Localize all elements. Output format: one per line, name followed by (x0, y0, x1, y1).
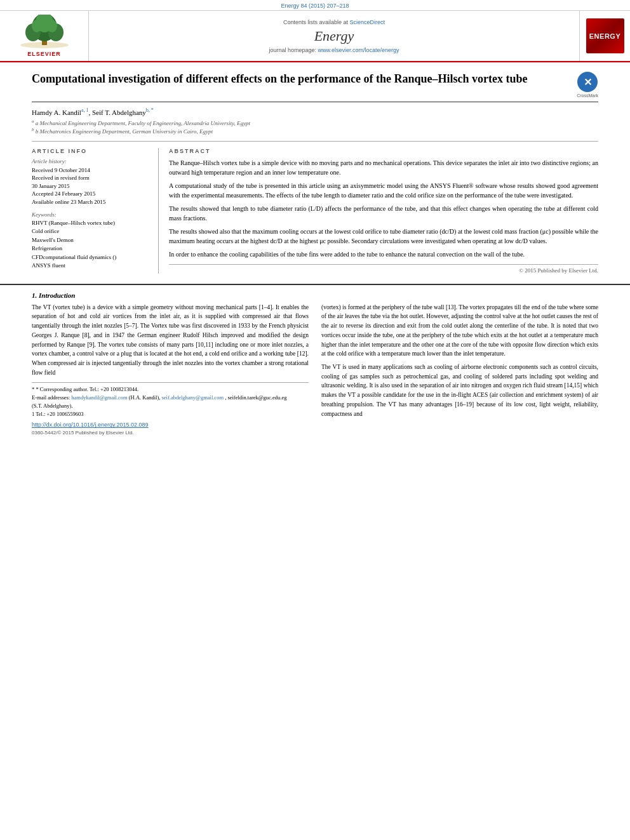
author-a-name: Hamdy A. Kandil (32, 109, 81, 116)
body-col-left: The VT (vortex tube) is a device with a … (32, 303, 309, 436)
main-body: 1. Introduction The VT (vortex tube) is … (0, 284, 630, 443)
section-number: 1. (32, 291, 37, 299)
abstract-p4: The results showed also that the maximum… (169, 227, 598, 246)
keyword-1: RHVT (Ranque–Hilsch vortex tube) (32, 219, 151, 228)
sciencedirect-prefix: Contents lists available at (283, 19, 348, 25)
author-b-sup: b, * (146, 107, 154, 113)
doi-link[interactable]: http://dx.doi.org/10.1016/j.energy.2015.… (32, 422, 309, 428)
affiliation-a: a a Mechanical Engineering Department, F… (32, 119, 598, 126)
sciencedirect-line: Contents lists available at ScienceDirec… (283, 19, 385, 25)
history-label: Article history: (32, 158, 151, 164)
article-content: Computational investigation of different… (0, 63, 630, 280)
history-revised-label: Received in revised form (32, 174, 151, 182)
footnote-section: * * Corresponding author. Tel.: +20 1008… (32, 382, 309, 418)
svg-point-7 (47, 20, 57, 32)
intro-right-p1: (vortex) is formed at the periphery of t… (321, 303, 598, 359)
elsevier-logo-section: ELSEVIER (0, 11, 89, 61)
abstract-p2: A computational study of the tube is pre… (169, 181, 598, 200)
abstract-p1: The Ranque–Hilsch vortex tube is a simpl… (169, 158, 598, 177)
keyword-3: Maxwell's Demon (32, 236, 151, 245)
journal-homepage-line: journal homepage: www.elsevier.com/locat… (269, 47, 399, 53)
corresponding-text: * Corresponding author. Tel.: +20 100821… (36, 386, 138, 392)
info-abstract-section: ARTICLE INFO Article history: Received 9… (32, 141, 598, 274)
keywords-section: Keywords: RHVT (Ranque–Hilsch vortex tub… (32, 211, 151, 270)
intro-right-text: (vortex) is formed at the periphery of t… (321, 303, 598, 419)
affiliation-b: b b Mechatronics Engineering Department,… (32, 127, 598, 135)
email2-link[interactable]: seif.abdelghany@gmail.com (161, 394, 224, 401)
footnote-corresponding: * * Corresponding author. Tel.: +20 1008… (32, 385, 309, 394)
affil-a-sup: a (32, 119, 34, 124)
authors-line: Hamdy A. Kandila, 1, Seif T. Abdelghanyb… (32, 107, 598, 116)
body-col-right: (vortex) is formed at the periphery of t… (321, 303, 598, 436)
intro-left-text: The VT (vortex tube) is a device with a … (32, 303, 309, 378)
authors-section: Hamdy A. Kandila, 1, Seif T. Abdelghanyb… (32, 107, 598, 135)
article-title: Computational investigation of different… (32, 72, 577, 86)
footnote-email2-author: (S.T. Abdelghany). (32, 402, 309, 410)
keyword-5: CFDcomputational fluid dynamics () (32, 253, 151, 262)
sciencedirect-link[interactable]: ScienceDirect (350, 19, 385, 25)
footnote-email: E-mail addresses: hamdykandil@gmail.com … (32, 394, 309, 402)
journal-center: Contents lists available at ScienceDirec… (89, 11, 579, 61)
email1-link[interactable]: hamdykandil@gmail.com (71, 394, 127, 401)
svg-point-6 (32, 20, 42, 32)
affil-b-sup: b (32, 127, 34, 132)
history-received: Received 9 October 2014 (32, 166, 151, 175)
keyword-6: ANSYS fluent (32, 262, 151, 270)
body-two-col: The VT (vortex tube) is a device with a … (32, 303, 598, 436)
footnote-tel: 1 Tel.: +20 1006559603 (32, 410, 309, 418)
email2-extra: , seifeldin.tarek@guc.edu.eg (225, 394, 286, 401)
abstract-heading: ABSTRACT (169, 148, 598, 154)
section-title-text: Introduction (39, 291, 75, 299)
keyword-4: Refrigeration (32, 244, 151, 253)
elsevier-tree-icon (13, 15, 76, 50)
issn-line: 0360-5442/© 2015 Published by Elsevier L… (32, 430, 309, 436)
copyright-line: © 2015 Published by Elsevier Ltd. (169, 264, 598, 274)
email-label: E-mail addresses: (32, 394, 70, 401)
journal-name: Energy (314, 28, 354, 44)
journal-citation: Energy 84 (2015) 207–218 (0, 3, 630, 9)
author-b-name: Seif T. Abdelghany (92, 109, 146, 116)
elsevier-label: ELSEVIER (27, 51, 61, 57)
homepage-prefix: journal homepage: (269, 47, 316, 53)
journal-header: ELSEVIER Contents lists available at Sci… (0, 10, 630, 62)
energy-badge: ENERGY (586, 18, 624, 53)
history-revised-date: 30 January 2015 (32, 182, 151, 190)
journal-banner: Energy 84 (2015) 207–218 ELSEVIER Conten… (0, 0, 630, 63)
intro-left-p1: The VT (vortex tube) is a device with a … (32, 303, 309, 378)
keywords-label: Keywords: (32, 211, 151, 218)
article-history: Article history: Received 9 October 2014… (32, 158, 151, 206)
homepage-link[interactable]: www.elsevier.com/locate/energy (318, 47, 399, 53)
keyword-2: Cold orifice (32, 227, 151, 236)
abstract-p5: In order to enhance the cooling capabili… (169, 250, 598, 259)
history-accepted: Accepted 24 February 2015 (32, 190, 151, 198)
intro-right-p2: The VT is used in many applications such… (321, 363, 598, 418)
abstract-text: The Ranque–Hilsch vortex tube is a simpl… (169, 158, 598, 259)
email1-author: (H.A. Kandil), (129, 394, 161, 401)
author-a-sup: a, 1 (81, 107, 89, 113)
abstract-p3: The results showed that length to tube d… (169, 204, 598, 223)
crossmark-section: ✕ CrossMark (577, 72, 598, 98)
history-online: Available online 23 March 2015 (32, 198, 151, 206)
crossmark-icon: ✕ (577, 72, 598, 92)
abstract-col: ABSTRACT The Ranque–Hilsch vortex tube i… (169, 148, 598, 274)
intro-title: 1. Introduction (32, 291, 598, 299)
crossmark-label: CrossMark (577, 93, 598, 98)
energy-logo-section: ENERGY (579, 11, 630, 61)
article-info-col: ARTICLE INFO Article history: Received 9… (32, 148, 159, 274)
article-info-heading: ARTICLE INFO (32, 148, 151, 154)
article-title-section: Computational investigation of different… (32, 72, 598, 102)
